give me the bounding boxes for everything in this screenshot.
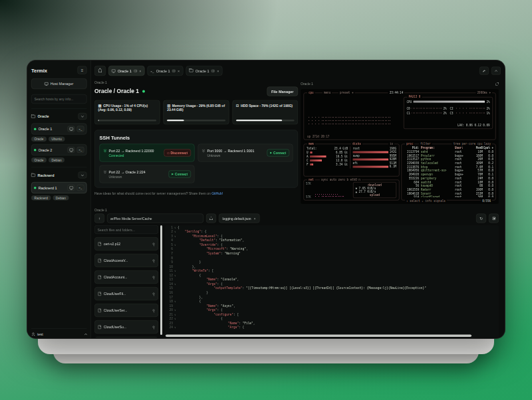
tab-close-button[interactable]: × xyxy=(139,69,141,73)
host-search-input[interactable] xyxy=(31,94,87,104)
file-icon xyxy=(98,325,102,329)
host-tag: Debian xyxy=(49,157,65,163)
chevron-up-icon xyxy=(495,70,497,72)
expand-terminal-icon[interactable] xyxy=(496,82,499,86)
file-item[interactable]: CloudAccessV... xyxy=(94,254,158,267)
host-connect-button[interactable] xyxy=(68,185,75,191)
go-up-directory-button[interactable]: ↑ xyxy=(94,214,104,223)
host-manager-label: Host Manager xyxy=(51,82,74,86)
terminal-icon: >_ xyxy=(79,128,82,131)
ssh-tunnels-title: SSH Tunnels xyxy=(100,135,293,141)
user-menu[interactable]: test xyxy=(31,329,87,337)
stat-label: CPU Usage - 1% of 4 CPU(s) (Avg: 0.06, 0… xyxy=(98,104,148,112)
stat-label: HDD Space - 79% (142G of 190G) xyxy=(241,104,293,108)
btop-disks-box-title: disks xyxy=(351,142,362,146)
pin-icon[interactable] xyxy=(153,326,155,328)
host-group-oracle: Oracle Oracle 1 >_ Oracle xyxy=(31,108,87,163)
host-item[interactable]: Oracle 2 >_ xyxy=(31,144,87,155)
chevron-down-icon xyxy=(81,173,84,176)
feedback-note: Have ideas for what should come next for… xyxy=(94,192,298,196)
btop-net-box-title: net xyxy=(307,178,315,181)
session-tab[interactable]: Oracle 1 × xyxy=(186,66,222,76)
host-manager-icon xyxy=(45,82,49,85)
tab-bar: Oracle 1 × Oracle 1 × Oracle 1 xyxy=(94,65,501,76)
btop-terminal[interactable]: cpu menu preset + 23:44:14 2000ms + up 2… xyxy=(301,89,499,204)
stat-progress-fill xyxy=(236,120,282,122)
home-tab-button[interactable] xyxy=(94,66,106,76)
file-item[interactable]: cert-v2.p12 xyxy=(94,237,158,250)
editor-tab[interactable]: logging.default.json × xyxy=(219,214,259,223)
tab-close-button[interactable]: × xyxy=(217,69,219,73)
close-icon: × xyxy=(178,69,180,73)
session-tab[interactable]: Oracle 1 × xyxy=(108,66,145,76)
cpu-total-meter xyxy=(414,101,485,103)
file-item[interactable]: Cloud... xyxy=(94,337,158,338)
main-area: Oracle 1 × Oracle 1 × Oracle 1 xyxy=(91,60,505,339)
line-number: 24 xyxy=(165,326,173,330)
collapse-header-button[interactable] xyxy=(491,67,501,75)
chevron-up-icon xyxy=(84,334,87,336)
host-block: Oracle 1 >_ Oracle Ubuntu xyxy=(31,124,87,142)
folder-icon xyxy=(31,173,35,177)
file-item[interactable]: CloudUserFil... xyxy=(94,287,158,300)
file-name: cert-v2.p12 xyxy=(104,242,150,246)
file-item[interactable]: CloudAccount... xyxy=(94,270,158,284)
pin-icon[interactable] xyxy=(153,310,155,312)
github-link[interactable]: GitHub! xyxy=(211,192,223,196)
file-name: CloudAccessV... xyxy=(104,258,150,262)
file-manager-button[interactable]: File Manager xyxy=(267,87,298,96)
host-terminal-button[interactable]: >_ xyxy=(77,126,84,132)
tunnel-action-button[interactable]: Connect xyxy=(267,150,289,157)
fold-icon[interactable]: ∨ xyxy=(173,326,178,330)
breadcrumb: Oracle / Oracle 1 xyxy=(94,88,139,95)
host-item[interactable]: Oracle 1 >_ xyxy=(31,124,87,135)
pin-icon[interactable] xyxy=(153,276,155,278)
btop-mem-box-title: mem xyxy=(307,142,315,146)
tab-split-button[interactable] xyxy=(211,70,215,72)
file-name: CloudAccount... xyxy=(104,275,150,279)
username-label: test xyxy=(37,332,82,336)
tab-close-button[interactable]: × xyxy=(178,69,180,73)
tunnel-route: Port 22 → Racknerd 1:22000 xyxy=(109,149,154,153)
refresh-button[interactable]: ↻ xyxy=(476,214,486,223)
host-tag: Oracle xyxy=(31,137,47,142)
upload-button[interactable] xyxy=(206,214,216,223)
sidebar-menu-button[interactable]: ≡ xyxy=(78,66,87,74)
save-icon xyxy=(492,217,495,220)
host-status-dot xyxy=(34,128,37,130)
json-editor[interactable]: 1 ∨ { 2 ∨ "Serilog": { xyxy=(165,225,499,338)
host-manager-button[interactable]: Host Manager xyxy=(31,78,87,89)
host-item[interactable]: Racknerd 1 >_ xyxy=(31,182,87,193)
terminal-icon: >_ xyxy=(79,148,82,151)
pin-icon[interactable] xyxy=(153,293,155,295)
save-file-button[interactable] xyxy=(489,214,499,223)
close-icon[interactable]: × xyxy=(254,217,256,221)
file-list-scrollbar[interactable] xyxy=(160,225,162,335)
tab-split-button[interactable] xyxy=(172,70,176,72)
file-item[interactable]: CloudUserSer... xyxy=(94,304,158,317)
tab-split-button[interactable] xyxy=(134,70,137,72)
disk-row: efi511M 6.1M xyxy=(353,161,397,169)
pin-icon[interactable] xyxy=(153,243,155,245)
file-search-input[interactable] xyxy=(94,225,158,234)
path-input[interactable] xyxy=(107,214,203,223)
group-collapse-button[interactable] xyxy=(78,172,87,179)
tunnel-action-button[interactable]: Disconnect xyxy=(164,150,191,157)
file-item[interactable]: CloudUserSu... xyxy=(94,320,158,334)
online-status-dot xyxy=(142,90,145,93)
session-tab[interactable]: Oracle 1 × xyxy=(148,66,184,76)
host-terminal-button[interactable]: >_ xyxy=(77,185,84,191)
tunnel-action-button[interactable]: Connect xyxy=(168,171,191,178)
host-connect-button[interactable] xyxy=(68,126,75,132)
host-connect-button[interactable] xyxy=(68,147,75,153)
pin-icon[interactable] xyxy=(153,260,155,262)
user-icon xyxy=(31,332,35,336)
file-icon xyxy=(98,308,102,312)
stat-card: ⊟HDD Space - 79% (142G of 190G) xyxy=(232,100,298,125)
file-icon xyxy=(98,292,102,296)
monitor-icon xyxy=(69,187,73,189)
group-collapse-button[interactable] xyxy=(78,113,87,120)
host-terminal-button[interactable]: >_ xyxy=(77,147,84,153)
admin-tools-button[interactable] xyxy=(479,67,489,75)
editor-horizontal-scrollbar[interactable] xyxy=(166,335,471,338)
